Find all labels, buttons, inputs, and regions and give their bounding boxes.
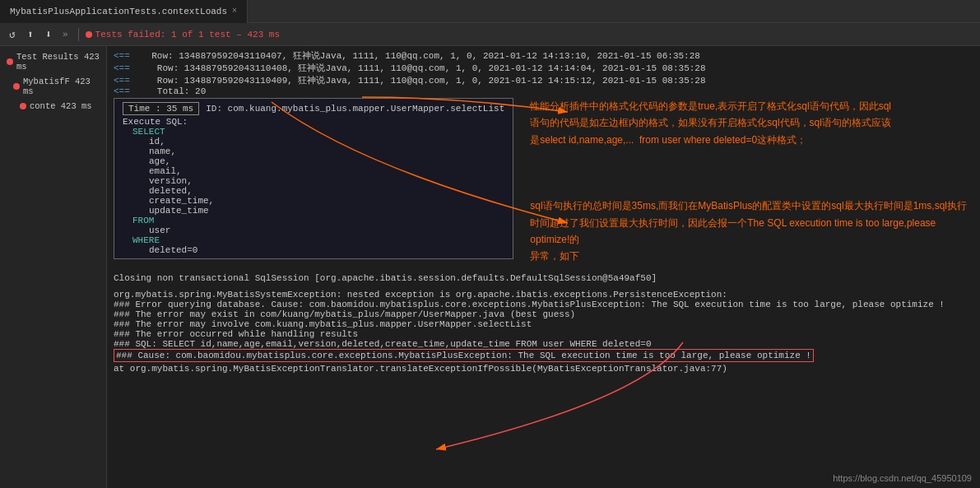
sql-field-email: email,	[149, 166, 504, 176]
test-status: Tests failed: 1 of 1 test – 423 ms	[95, 30, 280, 40]
tab-bar: MybatisPlusApplicationTests.contextLoads…	[0, 0, 980, 23]
callout1-text: 性能分析插件中的格式化代码的参数是true,表示开启了格式化sql语句代码，因此…	[530, 98, 973, 148]
sql-select: SELECT	[132, 127, 504, 137]
sort-down-button[interactable]: ⬇	[41, 27, 56, 42]
exception-line-7: at org.mybatis.spring.MyBatisExceptionTr…	[114, 364, 973, 374]
sql-field-age: age,	[149, 156, 504, 166]
sql-field-update: update_time	[149, 206, 504, 216]
mapper-ref: ID: com.kuang.mybatis_plus.mapper.UserMa…	[206, 104, 504, 114]
time-badge: Time : 35 ms	[123, 102, 199, 115]
sidebar-conte[interactable]: conte 423 ms	[0, 99, 106, 114]
mybatisf-dot	[13, 83, 20, 90]
conte-dot	[20, 103, 26, 109]
exception-line-1: ### Error querying database. Cause: com.…	[114, 300, 973, 309]
sort-up-button[interactable]: ⬆	[23, 27, 38, 42]
rerun-button[interactable]: ↺	[5, 27, 20, 42]
execute-sql-label: Execute SQL:	[123, 117, 504, 127]
sidebar-test-results[interactable]: Test Results 423 ms	[0, 49, 106, 74]
sidebar: Test Results 423 ms MybatisfF 423 ms con…	[0, 46, 107, 488]
time-row: Time : 35 ms ID: com.kuang.mybatis_plus.…	[123, 102, 504, 115]
row3: Row: 1348879592043110409, 狂神说Java, 1111,…	[157, 76, 706, 86]
sidebar-conte-label: conte 423 ms	[30, 101, 92, 111]
toolbar: ↺ ⬆ ⬇ » Tests failed: 1 of 1 test – 423 …	[0, 23, 980, 46]
total-value: Total: 20	[157, 86, 206, 96]
sql-box: Time : 35 ms ID: com.kuang.mybatis_plus.…	[114, 98, 513, 259]
exception-line-4: ### The error occurred while handling re…	[114, 329, 973, 339]
row2: Row: 1348879592043110408, 狂神说Java, 1111,…	[157, 63, 706, 73]
status-dot	[86, 31, 92, 38]
sql-field-id: id,	[149, 137, 504, 146]
exception-line-2: ### The error may exist in com/kuang/myb…	[114, 309, 973, 319]
callout2-text: sql语句执行的总时间是35ms,而我们在MyBatisPlus的配置类中设置的…	[530, 198, 973, 265]
console-line: <== Row: 1348879592043110407, 狂神说Java, 1…	[114, 49, 973, 62]
spacer2	[114, 283, 973, 290]
watermark-url: https://blog.csdn.net/qq_45950109	[833, 473, 972, 483]
separator	[78, 28, 79, 41]
exception-line-3: ### The error may involve com.kuang.myba…	[114, 319, 973, 329]
sql-table: user	[149, 225, 504, 235]
total-line: <== Total: 20	[114, 86, 973, 96]
sidebar-mybatisf-label: MybatisfF 423 ms	[23, 77, 100, 96]
sql-field-deleted: deleted,	[149, 186, 504, 196]
console-output[interactable]: <== Row: 1348879592043110407, 狂神说Java, 1…	[107, 46, 980, 488]
content-area: <== Row: 1348879592043110407, 狂神说Java, 1…	[107, 46, 980, 488]
results-dot	[7, 58, 13, 65]
exception-line-0: org.mybatis.spring.MyBatisSystemExceptio…	[114, 290, 973, 300]
spacer1	[114, 265, 973, 273]
exception-line-5: ### SQL: SELECT id,name,age,email,versio…	[114, 339, 973, 349]
exception-line-6-highlighted: ### Cause: com.baomidou.mybatisplus.core…	[114, 349, 814, 362]
sql-field-name: name,	[149, 146, 504, 156]
sql-section: Time : 35 ms ID: com.kuang.mybatis_plus.…	[114, 98, 973, 265]
sql-from: FROM	[132, 216, 504, 225]
callout-area: 性能分析插件中的格式化代码的参数是true,表示开启了格式化sql语句代码，因此…	[530, 98, 973, 265]
row1: Row: 1348879592043110407, 狂神说Java, 1111,…	[151, 51, 700, 61]
sql-field-create: create_time,	[149, 196, 504, 206]
toolbar-more: »	[59, 30, 72, 40]
console-line: <== Row: 1348879592043110409, 狂神说Java, 1…	[114, 74, 973, 86]
sql-where: WHERE	[132, 235, 504, 245]
console-line: <== Row: 1348879592043110408, 狂神说Java, 1…	[114, 62, 973, 74]
sidebar-results-label: Test Results 423 ms	[16, 52, 100, 72]
main-layout: Test Results 423 ms MybatisfF 423 ms con…	[0, 46, 980, 488]
active-tab[interactable]: MybatisPlusApplicationTests.contextLoads…	[0, 0, 248, 23]
closing-session: Closing non transactional SqlSession [or…	[114, 273, 973, 283]
tab-close-button[interactable]: ×	[232, 7, 237, 16]
sql-field-version: version,	[149, 176, 504, 186]
tab-title: MybatisPlusApplicationTests.contextLoads	[10, 7, 227, 16]
sql-condition: deleted=0	[149, 245, 504, 255]
sidebar-mybatisf[interactable]: MybatisfF 423 ms	[0, 74, 106, 99]
